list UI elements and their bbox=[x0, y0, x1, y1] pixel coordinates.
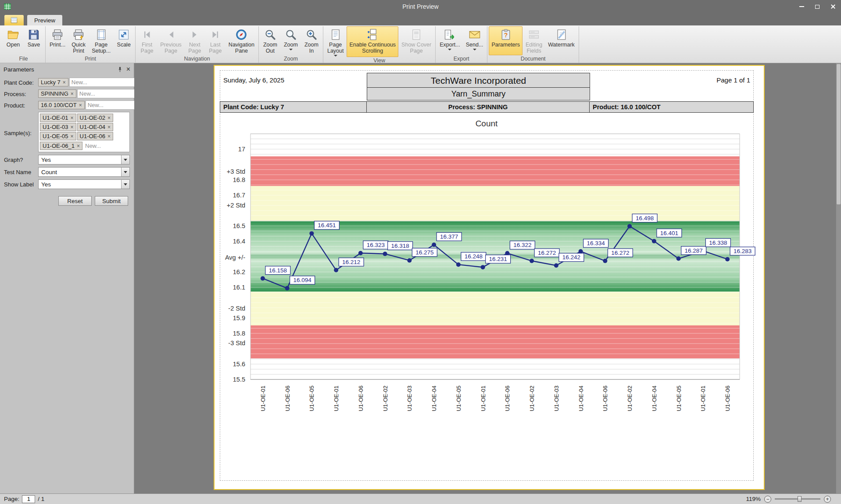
minimize-button[interactable] bbox=[794, 0, 809, 13]
zoom-slider[interactable] bbox=[775, 498, 820, 500]
svg-text:15.5: 15.5 bbox=[233, 376, 245, 383]
chevron-down-icon bbox=[334, 55, 337, 57]
scale-button[interactable]: Scale bbox=[114, 26, 134, 55]
maximize-button[interactable] bbox=[809, 0, 825, 13]
sample-chip[interactable]: U1-OE-06× bbox=[77, 132, 114, 140]
zoom-slider-thumb[interactable] bbox=[798, 496, 802, 502]
send-button[interactable]: Send... bbox=[463, 26, 486, 55]
continuous-scrolling-icon bbox=[366, 28, 379, 42]
close-panel-icon[interactable]: × bbox=[126, 66, 130, 72]
report-info-row: Plant Code: Lucky 7 Process: SPINNING Pr… bbox=[220, 101, 754, 113]
samples-chip-box[interactable]: U1-OE-01× U1-OE-02× U1-OE-03× U1-OE-04× … bbox=[38, 112, 130, 152]
submit-button[interactable]: Submit bbox=[95, 196, 128, 206]
show-label-dropdown[interactable]: Yes bbox=[38, 179, 130, 189]
first-page-button[interactable]: First Page bbox=[137, 26, 157, 55]
remove-chip-icon[interactable]: × bbox=[63, 80, 66, 85]
samples-label: Sample(s): bbox=[4, 128, 38, 136]
svg-text:16.377: 16.377 bbox=[440, 233, 458, 240]
page-layout-button[interactable]: Page Layout bbox=[325, 26, 347, 57]
previous-page-button[interactable]: Previous Page bbox=[157, 26, 184, 55]
sample-chip[interactable]: U1-OE-04× bbox=[77, 123, 114, 131]
document-area: Sunday, July 6, 2025 TechWare Incorporat… bbox=[134, 63, 841, 493]
svg-text:16.318: 16.318 bbox=[391, 243, 409, 249]
zoom-in-button[interactable]: + bbox=[824, 496, 831, 503]
page-number-input[interactable] bbox=[22, 495, 35, 503]
remove-chip-icon[interactable]: × bbox=[107, 134, 111, 139]
zoom-in-icon bbox=[305, 28, 318, 42]
zoom-out-button[interactable]: Zoom Out bbox=[260, 26, 280, 55]
watermark-button[interactable]: Watermark bbox=[545, 26, 577, 55]
quick-print-button[interactable]: Quick Print bbox=[68, 26, 89, 55]
sample-chip[interactable]: U1-OE-03× bbox=[40, 123, 76, 131]
previous-page-icon bbox=[166, 28, 176, 42]
print-button[interactable]: Print... bbox=[47, 26, 68, 55]
application-menu-icon bbox=[10, 16, 18, 24]
remove-chip-icon[interactable]: × bbox=[77, 143, 80, 149]
remove-chip-icon[interactable]: × bbox=[79, 103, 82, 108]
svg-text:17: 17 bbox=[238, 146, 245, 153]
remove-chip-icon[interactable]: × bbox=[107, 125, 111, 130]
reset-button[interactable]: Reset bbox=[58, 196, 92, 206]
svg-text:Avg +/-: Avg +/- bbox=[225, 254, 245, 261]
sample-chip[interactable]: U1-OE-02× bbox=[77, 114, 114, 122]
info-plant-code: Plant Code: Lucky 7 bbox=[220, 102, 367, 112]
chevron-down-icon[interactable] bbox=[121, 168, 129, 176]
navigation-pane-button[interactable]: Navigation Pane bbox=[226, 26, 257, 55]
last-page-button[interactable]: Last Page bbox=[205, 26, 225, 55]
svg-text:-3 Std: -3 Std bbox=[228, 340, 245, 347]
svg-text:U1-OE-02: U1-OE-02 bbox=[382, 386, 389, 411]
zoom-in-button[interactable]: Zoom In bbox=[301, 26, 322, 55]
next-page-button[interactable]: Next Page bbox=[185, 26, 205, 55]
svg-text:U1-OE-01: U1-OE-01 bbox=[700, 386, 706, 411]
sample-chip[interactable]: U1-OE-06_1× bbox=[40, 142, 82, 150]
first-page-icon bbox=[142, 28, 152, 42]
group-label-document: Document bbox=[489, 55, 577, 63]
zoom-button[interactable]: Zoom bbox=[281, 26, 301, 55]
last-page-icon bbox=[211, 28, 220, 42]
chevron-down-icon[interactable] bbox=[121, 155, 129, 164]
sample-chip[interactable]: U1-OE-01× bbox=[40, 114, 76, 122]
tab-preview[interactable]: Preview bbox=[27, 15, 62, 25]
group-label-navigation: Navigation bbox=[137, 55, 257, 63]
chevron-down-icon[interactable] bbox=[121, 180, 129, 189]
svg-text:16.283: 16.283 bbox=[734, 248, 752, 254]
remove-chip-icon[interactable]: × bbox=[71, 91, 74, 97]
window-controls bbox=[794, 0, 841, 13]
control-chart: 1716.816.716.516.416.216.115.915.815.615… bbox=[215, 130, 759, 433]
product-chip[interactable]: 16.0 100/COT× bbox=[38, 101, 85, 109]
svg-text:16.338: 16.338 bbox=[709, 239, 727, 246]
export-button[interactable]: Export... bbox=[437, 26, 463, 55]
graph-dropdown[interactable]: Yes bbox=[38, 155, 130, 164]
remove-chip-icon[interactable]: × bbox=[107, 115, 111, 121]
samples-new-input[interactable] bbox=[83, 141, 128, 150]
parameters-clipboard-icon: ? bbox=[500, 28, 512, 42]
page-label: Page: bbox=[4, 496, 19, 502]
close-button[interactable] bbox=[825, 0, 841, 13]
scrollbar-thumb[interactable] bbox=[837, 64, 841, 204]
remove-chip-icon[interactable]: × bbox=[71, 134, 74, 139]
pin-icon[interactable] bbox=[117, 67, 123, 72]
remove-chip-icon[interactable]: × bbox=[71, 115, 74, 121]
show-cover-page-button[interactable]: Show Cover Page bbox=[399, 26, 434, 57]
page-setup-button[interactable]: Page Setup... bbox=[89, 26, 113, 55]
open-button[interactable]: Open bbox=[3, 26, 23, 55]
application-menu-button[interactable] bbox=[4, 15, 24, 25]
svg-text:U1-OE-06: U1-OE-06 bbox=[358, 386, 364, 411]
svg-text:U1-OE-03: U1-OE-03 bbox=[553, 386, 560, 411]
zoom-out-button[interactable]: − bbox=[764, 496, 771, 503]
save-button[interactable]: Save bbox=[24, 26, 44, 55]
next-page-icon bbox=[190, 28, 200, 42]
remove-chip-icon[interactable]: × bbox=[71, 125, 74, 130]
sample-chip[interactable]: U1-OE-05× bbox=[40, 132, 76, 140]
show-label-row: Show Label Yes bbox=[4, 179, 130, 189]
editing-fields-button[interactable]: Editing Fields bbox=[523, 26, 545, 55]
plant-code-chip[interactable]: Lucky 7× bbox=[38, 78, 68, 86]
parameters-button[interactable]: ? Parameters bbox=[489, 26, 522, 55]
test-name-dropdown[interactable]: Count bbox=[38, 167, 130, 177]
svg-text:U1-OE-03: U1-OE-03 bbox=[406, 386, 413, 411]
process-chip[interactable]: SPINNING× bbox=[38, 89, 76, 98]
svg-text:U1-OE-01: U1-OE-01 bbox=[480, 386, 487, 411]
vertical-scrollbar[interactable] bbox=[836, 63, 841, 493]
ribbon-group-zoom: Zoom Out Zoom Zoom In Zoom bbox=[259, 26, 323, 63]
enable-continuous-scrolling-button[interactable]: Enable Continuous Scrolling bbox=[347, 26, 398, 57]
